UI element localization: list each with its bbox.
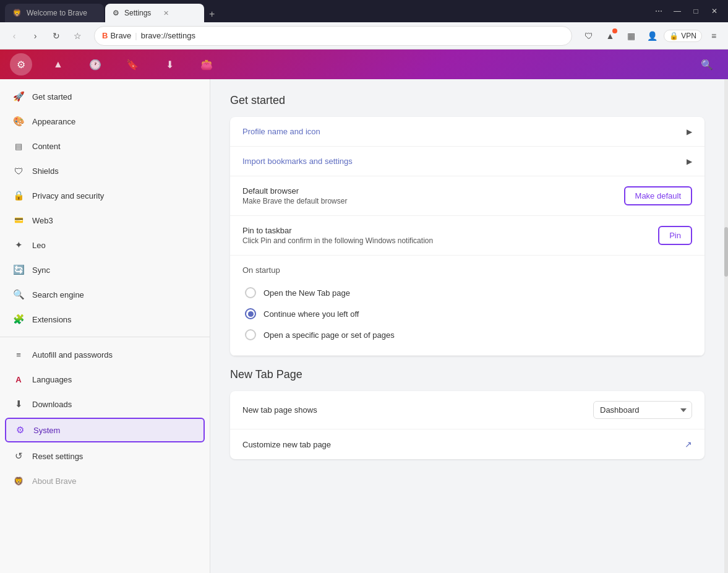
sidebar-item-extensions[interactable]: 🧩 Extensions bbox=[0, 307, 210, 332]
sidebar-item-leo[interactable]: ✦ Leo bbox=[0, 233, 210, 257]
brave-favicon: B bbox=[102, 31, 108, 40]
new-tab-page-card: New tab page shows Dashboard Homepage Bl… bbox=[230, 391, 704, 459]
profile-button[interactable]: 👤 bbox=[643, 27, 661, 45]
vpn-icon: 🔒 bbox=[669, 32, 679, 40]
customize-new-tab-external-icon[interactable]: ↗ bbox=[685, 439, 692, 449]
startup-radio-continue[interactable] bbox=[245, 308, 256, 319]
toolbar-wallet-icon[interactable]: 👛 bbox=[195, 53, 218, 75]
new-tab-select[interactable]: Dashboard Homepage Blank page bbox=[593, 401, 692, 419]
get-started-card: Profile name and icon ▶ Import bookmarks… bbox=[230, 117, 704, 356]
sidebar-item-search-engine[interactable]: 🔍 Search engine bbox=[0, 282, 210, 307]
toolbar-settings-icon[interactable]: ⚙ bbox=[10, 53, 32, 75]
welcome-tab-label: Welcome to Brave bbox=[27, 9, 87, 17]
pin-taskbar-row: Pin to taskbar Click Pin and confirm in … bbox=[230, 216, 704, 256]
leo-icon: ✦ bbox=[12, 239, 25, 251]
sidebar-item-downloads[interactable]: ⬇ Downloads bbox=[0, 392, 210, 416]
toolbar-search-icon[interactable]: 🔍 bbox=[696, 53, 718, 75]
appearance-icon: 🎨 bbox=[12, 115, 25, 127]
sidebar-label-search-engine: Search engine bbox=[32, 290, 84, 299]
search-engine-icon: 🔍 bbox=[12, 288, 25, 301]
customize-new-tab-row[interactable]: Customize new tab page ↗ bbox=[230, 429, 704, 459]
default-browser-row: Default browser Make Brave the default b… bbox=[230, 176, 704, 216]
new-tab-page-title: New Tab Page bbox=[230, 368, 704, 381]
shields-icon: 🛡 bbox=[12, 165, 25, 177]
close-window-button[interactable]: ✕ bbox=[706, 2, 723, 20]
tab-settings[interactable]: ⚙ Settings ✕ bbox=[105, 4, 204, 22]
startup-radio-new-tab[interactable] bbox=[245, 287, 256, 298]
navigation-bar: ‹ › ↻ ☆ B Brave | brave://settings 🛡 ▲ ▦… bbox=[0, 22, 728, 50]
sidebar-label-downloads: Downloads bbox=[32, 400, 72, 409]
sidebar-item-languages[interactable]: A Languages bbox=[0, 367, 210, 392]
welcome-favicon: 🦁 bbox=[12, 9, 22, 17]
sidebar-toggle-button[interactable]: ▦ bbox=[622, 27, 640, 45]
brave-shield-button[interactable]: 🛡 bbox=[580, 27, 598, 45]
window-list-button[interactable]: ⋯ bbox=[650, 2, 667, 20]
minimize-button[interactable]: — bbox=[669, 2, 686, 20]
reload-button[interactable]: ↻ bbox=[47, 27, 66, 45]
address-bar[interactable]: B Brave | brave://settings bbox=[94, 26, 572, 46]
sidebar-item-appearance[interactable]: 🎨 Appearance bbox=[0, 109, 210, 134]
rewards-button[interactable]: ▲ bbox=[601, 27, 619, 45]
toolbar-history-icon[interactable]: 🕐 bbox=[84, 53, 106, 75]
sidebar-item-sync[interactable]: 🔄 Sync bbox=[0, 257, 210, 282]
web3-icon: 💳 bbox=[12, 214, 25, 226]
import-bookmarks-row[interactable]: Import bookmarks and settings ▶ bbox=[230, 147, 704, 176]
sidebar-item-web3[interactable]: 💳 Web3 bbox=[0, 208, 210, 233]
settings-favicon: ⚙ bbox=[113, 9, 119, 17]
sidebar-divider-1 bbox=[0, 337, 210, 337]
sidebar-scrollbar[interactable] bbox=[724, 79, 728, 573]
on-startup-section: On startup Open the New Tab page Continu… bbox=[230, 256, 704, 356]
make-default-button[interactable]: Make default bbox=[624, 186, 692, 205]
profile-name-title[interactable]: Profile name and icon bbox=[242, 127, 687, 136]
startup-option-specific[interactable]: Open a specific page or set of pages bbox=[242, 324, 692, 345]
reset-icon: ↺ bbox=[12, 450, 25, 462]
rewards-badge bbox=[612, 28, 617, 33]
title-bar: 🦁 Welcome to Brave ⚙ Settings ✕ + ⋯ — □ … bbox=[0, 0, 728, 22]
import-bookmarks-title[interactable]: Import bookmarks and settings bbox=[242, 157, 687, 166]
bookmark-button[interactable]: ☆ bbox=[68, 27, 87, 45]
toolbar-bookmarks-icon[interactable]: 🔖 bbox=[121, 53, 143, 75]
sidebar-item-get-started[interactable]: 🚀 Get started bbox=[0, 84, 210, 109]
sidebar-label-content: Content bbox=[32, 142, 61, 151]
settings-tab-label: Settings bbox=[124, 9, 151, 17]
toolbar-rewards-icon[interactable]: ▲ bbox=[47, 53, 69, 75]
sidebar-item-privacy[interactable]: 🔒 Privacy and security bbox=[0, 183, 210, 208]
autofill-icon: ≡ bbox=[12, 348, 25, 361]
back-button[interactable]: ‹ bbox=[5, 27, 24, 45]
sidebar-item-shields[interactable]: 🛡 Shields bbox=[0, 158, 210, 183]
languages-icon: A bbox=[12, 373, 25, 386]
startup-radio-specific[interactable] bbox=[245, 329, 256, 340]
close-tab-button[interactable]: ✕ bbox=[163, 9, 169, 17]
address-separator: | bbox=[135, 31, 137, 40]
toolbar-downloads-icon[interactable]: ⬇ bbox=[158, 53, 181, 75]
site-info: B Brave bbox=[102, 31, 131, 40]
startup-option-new-tab[interactable]: Open the New Tab page bbox=[242, 282, 692, 303]
default-browser-subtitle: Make Brave the default browser bbox=[242, 197, 624, 205]
profile-name-row[interactable]: Profile name and icon ▶ bbox=[230, 117, 704, 147]
address-domain: Brave bbox=[110, 31, 131, 40]
sidebar-label-sync: Sync bbox=[32, 265, 50, 275]
sidebar-label-autofill: Autofill and passwords bbox=[32, 350, 113, 360]
new-tab-button[interactable]: + bbox=[205, 6, 218, 22]
pin-button[interactable]: Pin bbox=[658, 226, 692, 245]
sidebar-item-about[interactable]: 🦁 About Brave bbox=[0, 468, 210, 493]
forward-button[interactable]: › bbox=[26, 27, 45, 45]
content-icon: ▤ bbox=[12, 140, 25, 152]
default-browser-title: Default browser bbox=[242, 186, 624, 196]
maximize-button[interactable]: □ bbox=[687, 2, 704, 20]
new-tab-shows-row: New tab page shows Dashboard Homepage Bl… bbox=[230, 391, 704, 429]
about-icon: 🦁 bbox=[12, 475, 25, 487]
system-icon: ⚙ bbox=[14, 424, 26, 436]
sidebar-item-autofill[interactable]: ≡ Autofill and passwords bbox=[0, 342, 210, 367]
vpn-button[interactable]: 🔒 VPN bbox=[664, 30, 702, 42]
sidebar-item-system[interactable]: ⚙ System bbox=[5, 418, 205, 442]
new-tab-shows-label: New tab page shows bbox=[242, 405, 593, 415]
window-controls: ⋯ — □ ✕ bbox=[650, 2, 723, 20]
tab-welcome[interactable]: 🦁 Welcome to Brave bbox=[5, 4, 104, 22]
startup-option-continue[interactable]: Continue where you left off bbox=[242, 303, 692, 324]
main-menu-button[interactable]: ≡ bbox=[704, 27, 723, 45]
sidebar-item-reset[interactable]: ↺ Reset settings bbox=[0, 444, 210, 468]
tab-bar: 🦁 Welcome to Brave ⚙ Settings ✕ + bbox=[5, 0, 648, 22]
sidebar-item-content[interactable]: ▤ Content bbox=[0, 134, 210, 158]
main-layout: 🚀 Get started 🎨 Appearance ▤ Content 🛡 S… bbox=[0, 79, 728, 573]
